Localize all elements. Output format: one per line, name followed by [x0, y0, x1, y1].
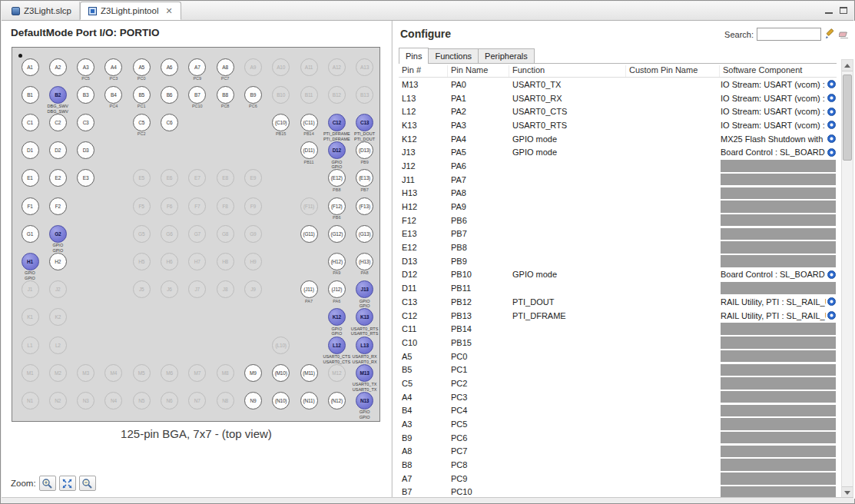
table-row[interactable]: L12PA2USART0_CTSIO Stream: USART (vcom) …: [399, 104, 837, 118]
bga-ball-G5[interactable]: G5: [133, 225, 151, 243]
table-row[interactable]: B7PC10: [399, 486, 837, 497]
bga-ball-J1[interactable]: J1: [22, 280, 39, 298]
table-row[interactable]: J13PA5GPIO modeBoard Control : SL_BOARD: [399, 145, 837, 159]
bga-ball-G7[interactable]: G7: [188, 225, 206, 243]
bga-ball-F6[interactable]: F6: [161, 197, 178, 215]
scroll-down-icon[interactable]: [842, 486, 853, 498]
bga-ball-H5[interactable]: H5: [133, 253, 151, 270]
editor-tab-z3light-pintool[interactable]: Z3Light.pintool✕: [80, 2, 181, 20]
clear-highlight-icon[interactable]: [839, 28, 850, 40]
bga-ball-N13[interactable]: N13: [356, 392, 373, 410]
bga-ball-N5[interactable]: N5: [133, 392, 151, 410]
bga-ball-M10[interactable]: (M10): [272, 364, 290, 382]
configure-tab-pins[interactable]: Pins: [399, 48, 429, 64]
table-row[interactable]: L13PA1USART0_RXIO Stream: USART (vcom) :: [399, 91, 837, 105]
bga-ball-K1[interactable]: K1: [22, 308, 39, 326]
bga-ball-A6[interactable]: A6: [161, 58, 178, 76]
bga-ball-C2[interactable]: C2: [49, 114, 67, 131]
bga-ball-E9[interactable]: E9: [244, 169, 262, 187]
bga-ball-N11[interactable]: (N11): [300, 392, 318, 410]
bga-ball-L2[interactable]: L2: [49, 337, 67, 354]
table-row[interactable]: B9PC6: [399, 431, 837, 445]
bga-ball-F9[interactable]: F9: [244, 197, 262, 215]
bga-ball-J6[interactable]: J6: [161, 280, 178, 298]
table-row[interactable]: C10PB15: [399, 336, 837, 350]
bga-ball-A3[interactable]: A3: [77, 58, 94, 76]
bga-ball-B13[interactable]: B13: [356, 86, 373, 104]
bga-ball-H7[interactable]: H7: [188, 253, 206, 270]
bga-ball-J9[interactable]: J9: [244, 280, 262, 298]
bga-ball-C3[interactable]: C3: [77, 114, 94, 131]
bga-ball-J7[interactable]: J7: [188, 280, 206, 298]
table-row[interactable]: J11PA7: [399, 173, 837, 187]
bga-ball-C11[interactable]: (C11): [300, 114, 318, 131]
table-row[interactable]: C13PB12PTI_DOUTRAIL Utility, PTI : SL_RA…: [399, 295, 837, 309]
bga-ball-E3[interactable]: E3: [77, 169, 94, 187]
bga-ball-K2[interactable]: K2: [49, 308, 67, 326]
bga-ball-A10[interactable]: A10: [272, 58, 290, 76]
bga-ball-A7[interactable]: A7: [188, 58, 206, 76]
bga-ball-F5[interactable]: F5: [133, 197, 151, 215]
bga-ball-F8[interactable]: F8: [217, 197, 234, 215]
search-input[interactable]: [757, 28, 821, 41]
zoom-fit-button[interactable]: [59, 476, 76, 491]
highlight-matches-icon[interactable]: [824, 28, 836, 40]
component-info-icon[interactable]: [827, 134, 836, 143]
bga-ball-J2[interactable]: J2: [49, 280, 67, 298]
bga-ball-F11[interactable]: (F11): [300, 197, 318, 215]
bga-ball-G6[interactable]: G6: [161, 225, 178, 243]
bga-ball-B7[interactable]: B7: [188, 86, 206, 104]
bga-ball-D2[interactable]: D2: [49, 141, 67, 159]
table-row[interactable]: A5PC0: [399, 350, 837, 363]
bga-ball-H2[interactable]: H2: [49, 253, 67, 270]
bga-ball-E6[interactable]: E6: [161, 169, 178, 187]
bga-ball-M5[interactable]: M5: [133, 364, 151, 382]
component-info-icon[interactable]: [827, 108, 836, 116]
bga-ball-H1[interactable]: H1: [22, 253, 39, 270]
bga-ball-E8[interactable]: E8: [217, 169, 234, 187]
component-info-icon[interactable]: [827, 94, 836, 102]
bga-ball-M6[interactable]: M6: [161, 364, 178, 382]
bga-ball-F12[interactable]: (F12): [328, 197, 346, 215]
table-row[interactable]: B4PC4: [399, 404, 837, 418]
bga-ball-M4[interactable]: M4: [104, 364, 122, 382]
bga-ball-J11[interactable]: (J11): [300, 280, 318, 298]
bga-ball-E2[interactable]: E2: [49, 169, 67, 187]
col-header-pin-number[interactable]: Pin #: [399, 65, 448, 77]
table-row[interactable]: D13PB9: [399, 254, 837, 268]
scroll-up-icon[interactable]: [842, 60, 853, 71]
bga-ball-M12[interactable]: M12: [328, 364, 346, 382]
bga-ball-D1[interactable]: D1: [22, 141, 39, 159]
table-row[interactable]: A8PC7: [399, 445, 837, 459]
bga-ball-D3[interactable]: D3: [77, 141, 94, 159]
bga-ball-E1[interactable]: E1: [22, 169, 39, 187]
tab-close-icon[interactable]: ✕: [165, 6, 172, 16]
bga-ball-G1[interactable]: G1: [22, 225, 39, 243]
bga-ball-D11[interactable]: (D11): [300, 141, 318, 159]
component-info-icon[interactable]: [827, 270, 836, 279]
bga-ball-H8[interactable]: H8: [217, 253, 234, 270]
bga-ball-C10[interactable]: (C10): [272, 114, 290, 131]
table-row[interactable]: K12PA4GPIO modeMX25 Flash Shutdown with: [399, 132, 837, 146]
component-info-icon[interactable]: [827, 297, 836, 306]
bga-ball-B1[interactable]: B1: [22, 86, 39, 104]
bga-ball-N2[interactable]: N2: [49, 392, 67, 410]
bga-ball-M3[interactable]: M3: [77, 364, 94, 382]
bga-ball-N6[interactable]: N6: [161, 392, 178, 410]
table-row[interactable]: E13PB7: [399, 227, 837, 241]
bga-ball-A12[interactable]: A12: [328, 58, 346, 76]
table-scrollbar[interactable]: [841, 59, 853, 499]
minimize-icon[interactable]: [825, 7, 833, 14]
bga-ball-L10[interactable]: (L10): [272, 337, 290, 354]
zoom-in-button[interactable]: [39, 476, 56, 491]
bga-ball-C13[interactable]: C13: [356, 114, 373, 131]
component-info-icon[interactable]: [827, 121, 836, 129]
bga-ball-A2[interactable]: A2: [49, 58, 67, 76]
bga-ball-C6[interactable]: C6: [161, 114, 178, 131]
table-row[interactable]: A3PC5: [399, 417, 837, 431]
bga-ball-H6[interactable]: H6: [161, 253, 178, 270]
bga-ball-J13[interactable]: J13: [356, 280, 373, 298]
bga-ball-B5[interactable]: B5: [133, 86, 151, 104]
scrollbar-thumb[interactable]: [843, 75, 852, 161]
component-info-icon[interactable]: [827, 80, 836, 88]
